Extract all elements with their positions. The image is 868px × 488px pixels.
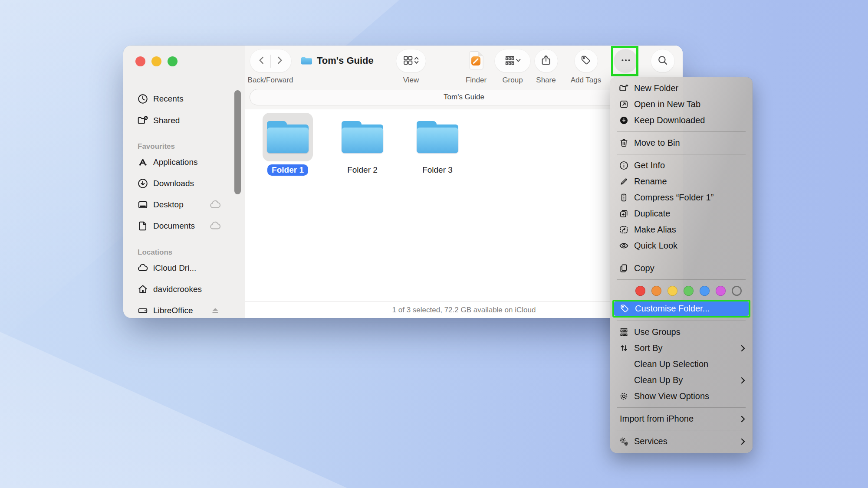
toolbar-button-view[interactable] [396, 49, 426, 72]
tag-dot-blue[interactable] [700, 286, 710, 296]
menu-item-label: Rename [634, 177, 746, 187]
menu-divider [617, 279, 746, 280]
menu-item-keep-downloaded[interactable]: Keep Downloaded [610, 112, 753, 128]
menu-divider [617, 154, 746, 154]
toolbar-label-add-tags: Add Tags [556, 76, 616, 85]
desktop-icon [137, 199, 149, 210]
menu-divider [617, 131, 746, 132]
menu-item-label: Sort By [634, 343, 740, 353]
file-label: Folder 3 [418, 164, 457, 176]
tag-dot-green[interactable] [684, 286, 694, 296]
sidebar-item-libreoffice[interactable]: LibreOffice [123, 300, 245, 318]
share-icon [540, 55, 552, 68]
zoom-button[interactable] [168, 56, 178, 66]
grid-view-icon [403, 55, 419, 68]
cloud-icon [209, 220, 221, 232]
keep-downloaded-icon [619, 115, 630, 126]
toolbar-button-add-tags[interactable] [575, 49, 598, 72]
close-button[interactable] [135, 56, 145, 66]
toolbar-button-finder[interactable] [467, 49, 485, 72]
forward-icon[interactable] [274, 55, 285, 68]
menu-item-label: Clean Up Selection [634, 359, 746, 369]
sidebar-item-downloads[interactable]: Downloads [123, 173, 245, 194]
document-icon [137, 220, 149, 232]
sidebar-item-label: Applications [153, 157, 197, 167]
menu-item-show-view-options[interactable]: Show View Options [610, 388, 753, 404]
tag-dot-yellow[interactable] [667, 286, 677, 296]
sidebar-item-label: LibreOffice [153, 306, 193, 315]
menu-item-quick-look[interactable]: Quick Look [610, 238, 753, 254]
tag-dot-purple[interactable] [716, 286, 726, 296]
file-item-folder-1[interactable]: Folder 1 [257, 113, 318, 176]
menu-item-open-in-new-tab[interactable]: Open in New Tab [610, 96, 753, 112]
menu-item-label: Duplicate [634, 209, 746, 219]
divider [270, 55, 271, 68]
sidebar-item-label: Documents [153, 221, 195, 231]
toolbar-button-share[interactable] [535, 49, 558, 72]
services-icon [619, 436, 630, 447]
menu-item-import-from-iphone[interactable]: Import from iPhone [610, 411, 753, 427]
menu-item-move-to-bin[interactable]: Move to Bin [610, 135, 753, 151]
back-forward-buttons[interactable] [250, 49, 291, 72]
minimize-button[interactable] [151, 56, 161, 66]
back-forward-label: Back/Forward [240, 76, 301, 85]
file-item-folder-3[interactable]: Folder 3 [407, 113, 468, 176]
chevron-right-icon [740, 415, 746, 423]
menu-item-label: Services [634, 436, 740, 446]
sidebar-section-header: Locations [123, 248, 245, 257]
toolbar-button-group[interactable] [495, 49, 530, 72]
menu-item-label: Open in New Tab [634, 99, 746, 109]
tag-dot-red[interactable] [635, 286, 645, 296]
menu-item-duplicate[interactable]: Duplicate [610, 206, 753, 222]
chevron-right-icon [740, 344, 746, 353]
search-icon [657, 55, 668, 68]
file-item-folder-2[interactable]: Folder 2 [332, 113, 393, 176]
menu-item-compress-folder-1[interactable]: Compress “Folder 1” [610, 190, 753, 206]
sidebar-item-applications[interactable]: Applications [123, 151, 245, 173]
tag-dot-orange[interactable] [651, 286, 661, 296]
menu-item-make-alias[interactable]: Make Alias [610, 222, 753, 238]
sidebar-item-recents[interactable]: Recents [123, 88, 245, 110]
sidebar-item-label: davidcrookes [153, 285, 202, 294]
folder-icon [267, 121, 309, 153]
file-label: Folder 1 [267, 164, 308, 176]
sidebar-item-icloud-dri[interactable]: iCloud Dri... [123, 257, 245, 278]
menu-item-services[interactable]: Services [610, 433, 753, 449]
menu-divider [617, 321, 746, 321]
menu-item-new-folder[interactable]: New Folder [610, 80, 753, 96]
menu-item-use-groups[interactable]: Use Groups [610, 324, 753, 340]
use-groups-icon [619, 327, 630, 337]
sidebar-item-davidcrookes[interactable]: davidcrookes [123, 278, 245, 300]
sort-icon [619, 343, 630, 354]
menu-item-label: Compress “Folder 1” [634, 193, 746, 203]
tag-icon [580, 55, 592, 68]
sidebar-item-shared[interactable]: Shared [123, 110, 245, 131]
menu-item-customise-folder[interactable]: Customise Folder... [614, 301, 749, 316]
sidebar-section-header: Favourites [123, 142, 245, 151]
menu-item-clean-up-by[interactable]: Clean Up By [610, 372, 753, 388]
sidebar-item-label: Desktop [153, 200, 184, 210]
tag-dot-none[interactable] [732, 286, 742, 296]
file-label: Folder 2 [343, 164, 382, 176]
toolbar-button-search[interactable] [651, 49, 674, 72]
sidebar-item-label: iCloud Dri... [153, 263, 196, 273]
sidebar-item-documents[interactable]: Documents [123, 215, 245, 236]
sidebar-item-desktop[interactable]: Desktop [123, 194, 245, 215]
sidebar-scrollbar[interactable] [234, 90, 241, 194]
menu-item-rename[interactable]: Rename [610, 174, 753, 190]
pencil-icon [619, 177, 630, 187]
file-icon-box [337, 113, 388, 161]
back-icon[interactable] [256, 55, 267, 68]
file-icon-box [412, 113, 463, 161]
menu-item-label: Show View Options [634, 391, 746, 401]
group-rows-icon [504, 55, 521, 68]
menu-item-get-info[interactable]: Get Info [610, 157, 753, 174]
menu-divider [617, 257, 746, 257]
chevron-right-icon [740, 437, 746, 446]
menu-item-label: Customise Folder... [635, 304, 743, 314]
menu-item-clean-up-selection[interactable]: Clean Up Selection [610, 356, 753, 372]
duplicate-icon [619, 209, 630, 219]
menu-item-sort-by[interactable]: Sort By [610, 340, 753, 356]
menu-item-copy[interactable]: Copy [610, 260, 753, 276]
menu-item-label: New Folder [634, 83, 746, 93]
